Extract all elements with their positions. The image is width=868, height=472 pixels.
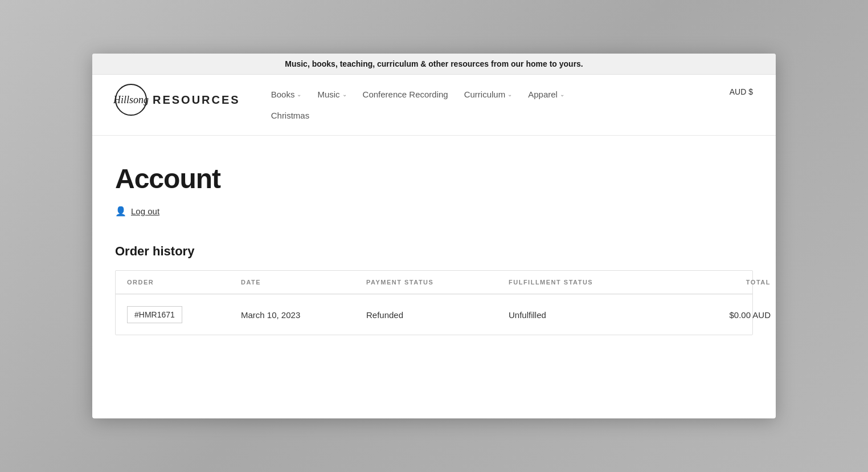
page-title: Account <box>115 163 753 194</box>
nav-item-christmas[interactable]: Christmas <box>263 105 318 126</box>
order-number-badge[interactable]: #HMR1671 <box>127 306 182 323</box>
logout-link[interactable]: Log out <box>131 206 159 216</box>
user-icon: 👤 <box>115 206 126 217</box>
logo-area[interactable]: Hillsong RESOURCES <box>115 84 240 116</box>
fulfillment-status: Unfulfilled <box>509 310 657 320</box>
chevron-down-icon: ⌄ <box>560 91 564 97</box>
order-number-cell: #HMR1671 <box>127 306 241 323</box>
logo-script: Hillsong <box>113 94 149 106</box>
order-date: March 10, 2023 <box>241 310 366 320</box>
table-header: ORDER DATE PAYMENT STATUS FULFILLMENT ST… <box>116 271 752 294</box>
payment-status: Refunded <box>366 310 509 320</box>
chevron-down-icon: ⌄ <box>342 91 347 97</box>
col-order: ORDER <box>127 279 241 286</box>
order-table: ORDER DATE PAYMENT STATUS FULFILLMENT ST… <box>115 270 753 335</box>
nav-item-curriculum[interactable]: Curriculum ⌄ <box>456 84 521 105</box>
logo-circle: Hillsong <box>115 84 147 116</box>
nav-item-music[interactable]: Music ⌄ <box>309 84 354 105</box>
nav-item-conference-recording[interactable]: Conference Recording <box>355 84 456 105</box>
announcement-bar: Music, books, teaching, curriculum & oth… <box>92 54 776 75</box>
nav-row-2: Christmas <box>263 105 753 126</box>
chevron-down-icon: ⌄ <box>297 91 301 97</box>
order-total: $0.00 AUD <box>657 310 771 320</box>
announcement-text: Music, books, teaching, curriculum & oth… <box>285 59 583 68</box>
nav-item-books[interactable]: Books ⌄ <box>263 84 310 105</box>
col-payment-status: PAYMENT STATUS <box>366 279 509 286</box>
col-total: TOTAL <box>657 279 771 286</box>
site-header: Hillsong RESOURCES Books ⌄ Music ⌄ Confe… <box>92 75 776 136</box>
main-content: Account 👤 Log out Order history ORDER DA… <box>92 136 776 418</box>
col-date: DATE <box>241 279 366 286</box>
nav-area: Books ⌄ Music ⌄ Conference Recording Cur… <box>263 84 753 126</box>
nav-item-apparel[interactable]: Apparel ⌄ <box>520 84 572 105</box>
chevron-down-icon: ⌄ <box>507 91 512 97</box>
order-history-title: Order history <box>115 244 753 259</box>
nav-row-1: Books ⌄ Music ⌄ Conference Recording Cur… <box>263 84 753 105</box>
col-fulfillment-status: FULFILLMENT STATUS <box>509 279 657 286</box>
browser-window: Music, books, teaching, curriculum & oth… <box>92 54 776 418</box>
logo-text: RESOURCES <box>153 93 240 107</box>
table-row: #HMR1671 March 10, 2023 Refunded Unfulfi… <box>116 294 752 335</box>
logout-area: 👤 Log out <box>115 206 753 217</box>
currency-selector[interactable]: AUD $ <box>730 87 753 96</box>
